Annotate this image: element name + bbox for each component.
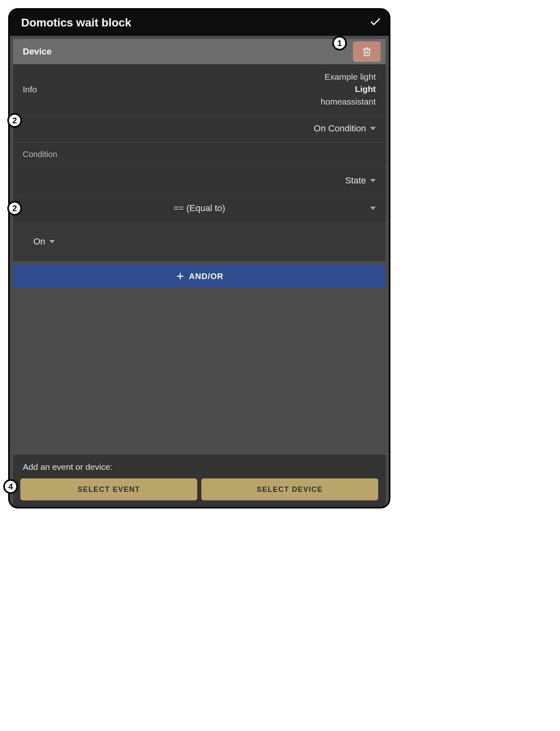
delete-device-button[interactable]: [353, 41, 381, 62]
footer-panel: Add an event or device: SELECT EVENT SEL…: [13, 455, 386, 507]
info-device-name: Example light: [321, 71, 376, 83]
info-label: Info: [23, 85, 37, 94]
trigger-type-select[interactable]: On Condition: [314, 123, 376, 134]
dialog-frame: Domotics wait block Device Info: [8, 8, 390, 508]
annotation-badge-4: 4: [3, 479, 18, 494]
select-device-button[interactable]: SELECT DEVICE: [201, 478, 378, 500]
content-spacer: [13, 288, 386, 455]
confirm-button[interactable]: [369, 16, 381, 30]
check-icon: [369, 16, 381, 28]
condition-attribute-value: State: [345, 175, 366, 186]
condition-value-row[interactable]: On: [13, 222, 386, 261]
info-device-source: homeassistant: [321, 96, 376, 108]
footer-buttons: SELECT EVENT SELECT DEVICE: [20, 478, 378, 500]
device-info-row: Info Example light Light homeassistant: [13, 64, 386, 115]
trigger-type-value: On Condition: [314, 123, 366, 134]
condition-value: On: [33, 236, 45, 247]
and-or-button[interactable]: AND/OR: [13, 264, 386, 288]
chevron-down-icon: [49, 240, 55, 243]
device-card-header: Device: [13, 39, 386, 64]
trash-icon: [362, 46, 372, 57]
select-event-button[interactable]: SELECT EVENT: [20, 478, 197, 500]
device-header-label: Device: [23, 46, 52, 57]
info-values: Example light Light homeassistant: [321, 71, 376, 108]
and-or-label: AND/OR: [189, 272, 224, 281]
chevron-down-icon: [370, 179, 376, 182]
dialog-header: Domotics wait block: [10, 10, 389, 36]
condition-attribute-select[interactable]: State: [345, 175, 376, 186]
condition-operator-row[interactable]: == (Equal to): [13, 194, 386, 222]
annotation-badge-2b: 2: [7, 201, 22, 216]
trigger-type-row[interactable]: On Condition: [13, 115, 386, 142]
condition-value-select[interactable]: On: [23, 236, 55, 247]
condition-section-header: Condition: [13, 142, 386, 167]
condition-section-label: Condition: [23, 150, 57, 159]
chevron-down-icon: [370, 127, 376, 130]
device-card: Device Info Example light Light homeassi…: [13, 39, 386, 261]
footer-prompt: Add an event or device:: [20, 462, 378, 472]
chevron-down-icon: [370, 207, 376, 210]
condition-operator-select[interactable]: == (Equal to): [23, 203, 376, 214]
info-device-type: Light: [321, 83, 376, 95]
plus-icon: [175, 271, 185, 281]
condition-operator-value: == (Equal to): [173, 203, 225, 213]
annotation-badge-2a: 2: [7, 113, 22, 128]
dialog-content: Device Info Example light Light homeassi…: [10, 36, 389, 507]
dialog-title: Domotics wait block: [21, 16, 131, 29]
annotation-badge-1: 1: [332, 36, 347, 50]
condition-attribute-row[interactable]: State: [13, 167, 386, 194]
